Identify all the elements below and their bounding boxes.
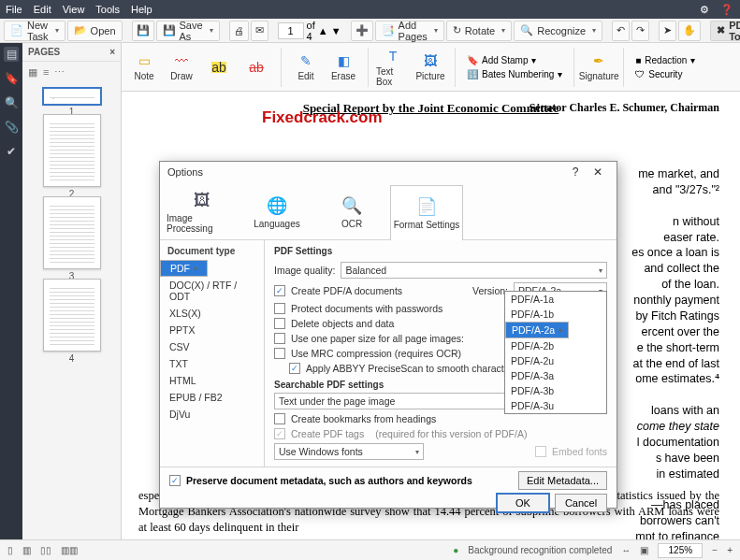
ok-button[interactable]: OK — [497, 494, 549, 512]
image-quality-select[interactable]: Balanced — [341, 262, 607, 279]
attach-rail-icon[interactable]: 📎 — [4, 120, 19, 135]
mail-icon[interactable]: ✉ — [251, 21, 268, 41]
bookmarks-rail-icon[interactable]: 🔖 — [4, 71, 19, 86]
delete-checkbox[interactable] — [274, 318, 285, 329]
tab-languages[interactable]: 🌐Languages — [240, 184, 313, 239]
watermark: Fixedcrack.com — [262, 108, 383, 127]
doctype-html[interactable]: HTML — [160, 372, 264, 389]
note-tool[interactable]: ▭Note — [127, 47, 161, 88]
mrc-checkbox[interactable] — [274, 348, 285, 359]
textbox-tool[interactable]: TText Box — [376, 47, 410, 88]
picture-tool[interactable]: 🖼Picture — [414, 47, 447, 88]
version-option[interactable]: PDF/A-2u — [505, 353, 606, 368]
hand-icon[interactable]: ✋ — [678, 21, 701, 41]
doctype-pptx[interactable]: PPTX — [160, 322, 264, 338]
view-continuous-icon[interactable]: ▥ — [22, 545, 31, 555]
draw-tool[interactable]: 〰Draw — [165, 47, 198, 88]
print-icon[interactable]: 🖨 — [229, 21, 249, 41]
search-rail-icon[interactable]: 🔍 — [4, 95, 19, 110]
doctype-xls[interactable]: XLS(X) — [160, 305, 264, 322]
doctype-txt[interactable]: TXT — [160, 355, 264, 372]
doctype-pdf[interactable]: PDF — [160, 260, 208, 277]
menu-edit[interactable]: Edit — [34, 4, 51, 15]
security-menu[interactable]: 🛡 Security — [631, 68, 699, 80]
pages-close-icon[interactable]: × — [109, 47, 115, 57]
new-task-button[interactable]: 📄 New Task — [4, 21, 65, 41]
edit-tool[interactable]: ✎Edit — [289, 47, 323, 88]
add-stamp-menu[interactable]: 🔖 Add Stamp ▾ — [463, 54, 566, 66]
zoom-in-icon[interactable]: + — [727, 545, 733, 555]
zoom-input[interactable] — [658, 543, 703, 558]
tab-format-settings[interactable]: 📄Format Settings — [390, 185, 463, 240]
version-option[interactable]: PDF/A-3u — [505, 398, 606, 413]
stamp-rail-icon[interactable]: ✔ — [4, 144, 19, 159]
pdf-settings-label: PDF Settings — [274, 246, 607, 256]
tab-ocr[interactable]: 🔍OCR — [315, 184, 388, 239]
page-up-icon[interactable]: ▲ — [318, 25, 328, 36]
menu-tools[interactable]: Tools — [95, 4, 120, 15]
bookmarks-checkbox[interactable] — [274, 413, 285, 424]
tab-image-processing[interactable]: 🖼Image Processing — [166, 184, 239, 239]
page-thumb[interactable]: 4 — [43, 279, 101, 352]
rotate-button[interactable]: ↻ Rotate — [446, 21, 512, 41]
version-option[interactable]: PDF/A-2b — [505, 338, 606, 353]
pointer-icon[interactable]: ➤ — [659, 21, 676, 41]
save-icon[interactable]: 💾 — [132, 21, 154, 41]
cancel-button[interactable]: Cancel — [555, 494, 607, 512]
recognize-button[interactable]: 🔍 Recognize — [514, 21, 602, 41]
doctype-csv[interactable]: CSV — [160, 338, 264, 355]
menu-view[interactable]: View — [63, 4, 85, 15]
view-two-cont-icon[interactable]: ▥▥ — [61, 545, 78, 555]
onesize-checkbox[interactable] — [274, 333, 285, 344]
pages-view-list-icon[interactable]: ≡ — [43, 66, 49, 78]
version-option[interactable]: PDF/A-3b — [505, 383, 606, 398]
pages-view-grid-icon[interactable]: ▦ — [28, 66, 37, 79]
fit-page-icon[interactable]: ▣ — [640, 545, 648, 555]
protect-checkbox[interactable] — [274, 303, 285, 314]
abbyy-checkbox[interactable] — [289, 363, 300, 374]
view-two-icon[interactable]: ▯▯ — [40, 545, 51, 555]
dialog-help-icon[interactable]: ? — [564, 165, 587, 179]
view-single-icon[interactable]: ▯ — [7, 545, 13, 555]
erase-tool[interactable]: ◧Erase — [326, 47, 360, 88]
add-page-icon[interactable]: ➕ — [351, 21, 373, 41]
pages-rail-icon[interactable]: ▤ — [4, 47, 19, 62]
pages-more-icon[interactable]: ⋯ — [54, 66, 65, 79]
save-as-button[interactable]: 💾 Save As — [156, 21, 220, 41]
strike-tool[interactable]: ab — [239, 47, 273, 88]
image-quality-label: Image quality: — [274, 265, 335, 276]
edit-metadata-button[interactable]: Edit Metadata... — [518, 471, 607, 490]
page-down-icon[interactable]: ▼ — [331, 25, 341, 36]
version-option[interactable]: PDF/A-3a — [505, 368, 606, 383]
create-pdfa-checkbox[interactable] — [274, 285, 285, 296]
redo-icon[interactable]: ↷ — [631, 21, 649, 41]
fonts-select[interactable]: Use Windows fonts — [274, 443, 424, 460]
add-pages-button[interactable]: 📑 Add Pages — [375, 21, 444, 41]
page-thumb[interactable]: 1 — [43, 88, 101, 105]
highlight-tool[interactable]: ab — [202, 47, 236, 88]
zoom-out-icon[interactable]: − — [712, 545, 718, 555]
doctype-djvu[interactable]: DjVu — [160, 406, 264, 423]
page-thumb[interactable]: 3 — [43, 196, 101, 269]
dialog-close-icon[interactable]: ✕ — [587, 165, 609, 179]
page-thumb[interactable]: 2 — [43, 114, 101, 187]
signature-tool[interactable]: ✒Signature — [582, 47, 616, 88]
undo-icon[interactable]: ↶ — [612, 21, 630, 41]
doctype-doc[interactable]: DOC(X) / RTF / ODT — [160, 277, 264, 305]
version-option[interactable]: PDF/A-1b — [505, 307, 606, 322]
fit-width-icon[interactable]: ↔ — [621, 545, 631, 555]
open-button[interactable]: 📂 Open — [67, 21, 123, 41]
version-option[interactable]: PDF/A-2a — [505, 322, 569, 338]
doctype-epub[interactable]: EPUB / FB2 — [160, 389, 264, 406]
help-icon[interactable]: ❓ — [719, 2, 734, 17]
pdf-tools-button[interactable]: ✖ PDF Tools — [710, 21, 740, 41]
menu-help[interactable]: Help — [131, 4, 152, 15]
page-current-input[interactable] — [278, 22, 304, 39]
bates-menu[interactable]: 🔢 Bates Numbering ▾ — [463, 68, 566, 80]
preserve-metadata-checkbox[interactable] — [169, 475, 181, 486]
version-option[interactable]: PDF/A-1a — [505, 292, 606, 307]
redaction-menu[interactable]: ■ Redaction ▾ — [631, 54, 699, 66]
gear-icon[interactable]: ⚙ — [697, 2, 712, 17]
menu-file[interactable]: File — [6, 4, 22, 15]
pdftags-checkbox — [274, 428, 285, 439]
